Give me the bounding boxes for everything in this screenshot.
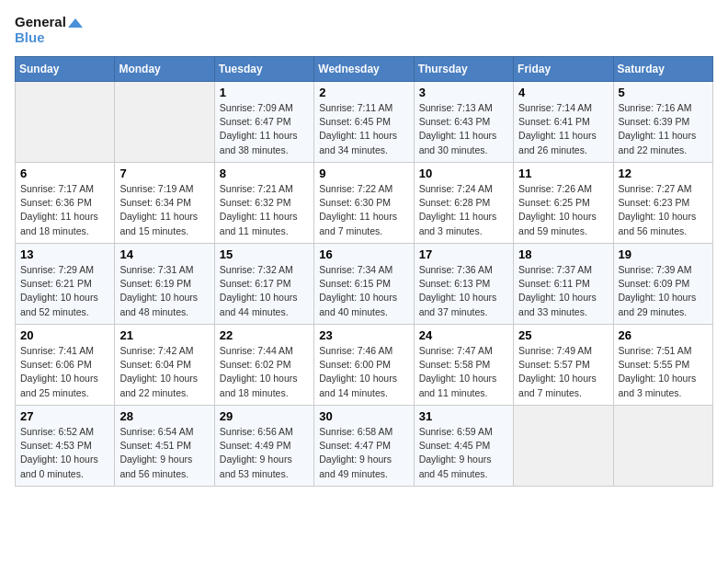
- calendar-header-cell: Sunday: [16, 57, 115, 82]
- calendar-day-cell: 2Sunrise: 7:11 AM Sunset: 6:45 PM Daylig…: [314, 82, 414, 163]
- day-number: 15: [220, 247, 309, 261]
- day-detail: Sunrise: 7:27 AM Sunset: 6:23 PM Dayligh…: [619, 182, 708, 238]
- day-number: 12: [619, 167, 708, 180]
- day-detail: Sunrise: 7:13 AM Sunset: 6:43 PM Dayligh…: [419, 101, 508, 157]
- day-detail: Sunrise: 7:32 AM Sunset: 6:17 PM Dayligh…: [220, 263, 309, 319]
- calendar-day-cell: 15Sunrise: 7:32 AM Sunset: 6:17 PM Dayli…: [214, 244, 313, 325]
- calendar-day-cell: 5Sunrise: 7:16 AM Sunset: 6:39 PM Daylig…: [613, 82, 712, 163]
- day-detail: Sunrise: 7:36 AM Sunset: 6:13 PM Dayligh…: [419, 263, 508, 319]
- calendar-day-cell: 4Sunrise: 7:14 AM Sunset: 6:41 PM Daylig…: [514, 82, 613, 163]
- day-number: 29: [220, 409, 309, 423]
- day-number: 21: [119, 328, 209, 342]
- day-number: 26: [619, 328, 708, 342]
- day-number: 3: [419, 86, 508, 99]
- calendar-week-row: 1Sunrise: 7:09 AM Sunset: 6:47 PM Daylig…: [16, 82, 713, 163]
- day-number: 31: [419, 409, 508, 423]
- calendar-header-cell: Friday: [514, 57, 613, 82]
- day-detail: Sunrise: 7:49 AM Sunset: 5:57 PM Dayligh…: [518, 344, 608, 400]
- calendar-day-cell: 18Sunrise: 7:37 AM Sunset: 6:11 PM Dayli…: [514, 244, 613, 325]
- calendar-body: 1Sunrise: 7:09 AM Sunset: 6:47 PM Daylig…: [16, 82, 713, 487]
- calendar-week-row: 20Sunrise: 7:41 AM Sunset: 6:06 PM Dayli…: [16, 325, 713, 406]
- day-detail: Sunrise: 6:52 AM Sunset: 4:53 PM Dayligh…: [20, 425, 109, 481]
- day-detail: Sunrise: 7:09 AM Sunset: 6:47 PM Dayligh…: [220, 101, 309, 157]
- day-detail: Sunrise: 7:34 AM Sunset: 6:15 PM Dayligh…: [319, 263, 408, 319]
- page-header: General Blue: [15, 15, 713, 45]
- calendar-day-cell: 21Sunrise: 7:42 AM Sunset: 6:04 PM Dayli…: [115, 325, 214, 406]
- calendar-day-cell: [613, 406, 712, 487]
- day-number: 24: [419, 328, 508, 342]
- calendar-header-cell: Wednesday: [314, 57, 414, 82]
- calendar-day-cell: [115, 82, 214, 163]
- calendar-day-cell: [16, 82, 115, 163]
- day-number: 19: [619, 247, 708, 261]
- day-detail: Sunrise: 6:59 AM Sunset: 4:45 PM Dayligh…: [419, 425, 508, 481]
- day-detail: Sunrise: 7:11 AM Sunset: 6:45 PM Dayligh…: [319, 101, 408, 157]
- calendar-day-cell: 27Sunrise: 6:52 AM Sunset: 4:53 PM Dayli…: [16, 406, 115, 487]
- calendar-day-cell: 23Sunrise: 7:46 AM Sunset: 6:00 PM Dayli…: [314, 325, 414, 406]
- calendar-header-cell: Tuesday: [214, 57, 313, 82]
- day-detail: Sunrise: 7:22 AM Sunset: 6:30 PM Dayligh…: [319, 182, 408, 238]
- day-number: 10: [419, 167, 508, 180]
- calendar-day-cell: 7Sunrise: 7:19 AM Sunset: 6:34 PM Daylig…: [115, 163, 214, 244]
- day-detail: Sunrise: 7:24 AM Sunset: 6:28 PM Dayligh…: [419, 182, 508, 238]
- day-detail: Sunrise: 7:19 AM Sunset: 6:34 PM Dayligh…: [119, 182, 209, 238]
- calendar-header-cell: Thursday: [414, 57, 513, 82]
- day-detail: Sunrise: 7:42 AM Sunset: 6:04 PM Dayligh…: [119, 344, 209, 400]
- calendar-day-cell: 10Sunrise: 7:24 AM Sunset: 6:28 PM Dayli…: [414, 163, 513, 244]
- day-detail: Sunrise: 7:16 AM Sunset: 6:39 PM Dayligh…: [619, 101, 708, 157]
- calendar-day-cell: 9Sunrise: 7:22 AM Sunset: 6:30 PM Daylig…: [314, 163, 414, 244]
- calendar-day-cell: 16Sunrise: 7:34 AM Sunset: 6:15 PM Dayli…: [314, 244, 414, 325]
- calendar-day-cell: 8Sunrise: 7:21 AM Sunset: 6:32 PM Daylig…: [214, 163, 313, 244]
- calendar-day-cell: 17Sunrise: 7:36 AM Sunset: 6:13 PM Dayli…: [414, 244, 513, 325]
- day-number: 11: [518, 167, 608, 180]
- calendar-day-cell: 19Sunrise: 7:39 AM Sunset: 6:09 PM Dayli…: [613, 244, 712, 325]
- day-number: 30: [319, 409, 408, 423]
- day-number: 14: [119, 247, 209, 261]
- day-number: 28: [119, 409, 209, 423]
- logo: General Blue: [15, 15, 83, 45]
- day-detail: Sunrise: 7:46 AM Sunset: 6:00 PM Dayligh…: [319, 344, 408, 400]
- calendar-day-cell: 12Sunrise: 7:27 AM Sunset: 6:23 PM Dayli…: [613, 163, 712, 244]
- day-number: 23: [319, 328, 408, 342]
- calendar-week-row: 27Sunrise: 6:52 AM Sunset: 4:53 PM Dayli…: [16, 406, 713, 487]
- day-number: 16: [319, 247, 408, 261]
- day-number: 9: [319, 167, 408, 180]
- day-detail: Sunrise: 6:58 AM Sunset: 4:47 PM Dayligh…: [319, 425, 408, 481]
- day-number: 5: [619, 86, 708, 99]
- day-detail: Sunrise: 7:37 AM Sunset: 6:11 PM Dayligh…: [518, 263, 608, 319]
- calendar-header-cell: Saturday: [613, 57, 712, 82]
- day-number: 13: [20, 247, 109, 261]
- day-number: 8: [220, 167, 309, 180]
- logo-line2: Blue: [15, 30, 83, 46]
- calendar-day-cell: 24Sunrise: 7:47 AM Sunset: 5:58 PM Dayli…: [414, 325, 513, 406]
- day-number: 18: [518, 247, 608, 261]
- day-number: 17: [419, 247, 508, 261]
- day-detail: Sunrise: 7:26 AM Sunset: 6:25 PM Dayligh…: [518, 182, 608, 238]
- day-detail: Sunrise: 6:54 AM Sunset: 4:51 PM Dayligh…: [119, 425, 209, 481]
- day-detail: Sunrise: 6:56 AM Sunset: 4:49 PM Dayligh…: [220, 425, 309, 481]
- day-number: 6: [20, 167, 109, 180]
- day-number: 20: [20, 328, 109, 342]
- calendar-day-cell: 28Sunrise: 6:54 AM Sunset: 4:51 PM Dayli…: [115, 406, 214, 487]
- calendar-day-cell: 22Sunrise: 7:44 AM Sunset: 6:02 PM Dayli…: [214, 325, 313, 406]
- day-number: 22: [220, 328, 309, 342]
- logo-line1: General: [15, 15, 83, 30]
- calendar-day-cell: 30Sunrise: 6:58 AM Sunset: 4:47 PM Dayli…: [314, 406, 414, 487]
- day-detail: Sunrise: 7:29 AM Sunset: 6:21 PM Dayligh…: [20, 263, 109, 319]
- day-number: 7: [119, 167, 209, 180]
- day-detail: Sunrise: 7:41 AM Sunset: 6:06 PM Dayligh…: [20, 344, 109, 400]
- calendar-day-cell: 1Sunrise: 7:09 AM Sunset: 6:47 PM Daylig…: [214, 82, 313, 163]
- day-detail: Sunrise: 7:47 AM Sunset: 5:58 PM Dayligh…: [419, 344, 508, 400]
- calendar-day-cell: 31Sunrise: 6:59 AM Sunset: 4:45 PM Dayli…: [414, 406, 513, 487]
- calendar-day-cell: 26Sunrise: 7:51 AM Sunset: 5:55 PM Dayli…: [613, 325, 712, 406]
- day-detail: Sunrise: 7:51 AM Sunset: 5:55 PM Dayligh…: [619, 344, 708, 400]
- calendar-day-cell: 11Sunrise: 7:26 AM Sunset: 6:25 PM Dayli…: [514, 163, 613, 244]
- calendar-day-cell: 20Sunrise: 7:41 AM Sunset: 6:06 PM Dayli…: [16, 325, 115, 406]
- calendar-header-row: SundayMondayTuesdayWednesdayThursdayFrid…: [16, 57, 713, 82]
- day-number: 27: [20, 409, 109, 423]
- calendar-day-cell: 6Sunrise: 7:17 AM Sunset: 6:36 PM Daylig…: [16, 163, 115, 244]
- calendar-day-cell: 14Sunrise: 7:31 AM Sunset: 6:19 PM Dayli…: [115, 244, 214, 325]
- day-detail: Sunrise: 7:17 AM Sunset: 6:36 PM Dayligh…: [20, 182, 109, 238]
- day-detail: Sunrise: 7:14 AM Sunset: 6:41 PM Dayligh…: [518, 101, 608, 157]
- calendar-day-cell: 13Sunrise: 7:29 AM Sunset: 6:21 PM Dayli…: [16, 244, 115, 325]
